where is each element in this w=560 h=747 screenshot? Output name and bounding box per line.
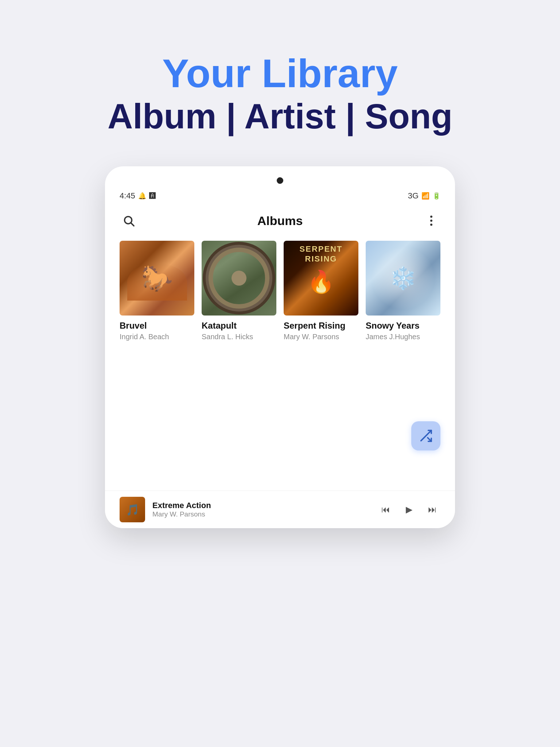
device-notch <box>105 177 455 187</box>
menu-dot-3 <box>430 224 432 226</box>
album-cover-snowy <box>366 241 440 316</box>
app-header: Albums <box>105 204 455 237</box>
play-button[interactable]: ▶ <box>401 502 417 518</box>
network-label: 3G <box>408 191 419 201</box>
album-art-serpent <box>284 241 358 316</box>
album-artist-serpent: Mary W. Parsons <box>284 333 358 341</box>
album-card-snowy[interactable]: Snowy Years James J.Hughes <box>366 241 440 341</box>
status-left: 4:45 🔔 🅰 <box>120 191 156 201</box>
now-playing-thumbnail: 🎵 <box>120 497 145 522</box>
empty-area <box>105 352 455 491</box>
status-right: 3G 📶 🔋 <box>408 191 440 201</box>
hero-subtitle: Album | Artist | Song <box>108 95 452 137</box>
album-cover-bruvel <box>120 241 194 316</box>
now-playing-bar: 🎵 Extreme Action Mary W. Parsons ⏮ ▶ ⏭ <box>105 491 455 528</box>
now-playing-info: Extreme Action Mary W. Parsons <box>152 501 370 518</box>
album-name-serpent: Serpent Rising <box>284 321 358 331</box>
album-art-katapult <box>202 241 276 316</box>
playback-controls: ⏮ ▶ ⏭ <box>378 502 440 518</box>
app-icon-small: 🅰 <box>149 192 156 200</box>
shuffle-button[interactable] <box>411 421 440 450</box>
more-menu-button[interactable] <box>422 212 440 230</box>
status-time: 4:45 <box>120 191 135 201</box>
album-artist-snowy: James J.Hughes <box>366 333 440 341</box>
album-art-snowy <box>366 241 440 316</box>
menu-dot-1 <box>430 216 432 218</box>
status-bar: 4:45 🔔 🅰 3G 📶 🔋 <box>105 187 455 204</box>
next-button[interactable]: ⏭ <box>424 502 440 518</box>
album-cover-serpent <box>284 241 358 316</box>
album-artist-bruvel: Ingrid A. Beach <box>120 333 194 341</box>
camera-dot <box>277 177 283 184</box>
album-card-katapult[interactable]: Katapult Sandra L. Hicks <box>202 241 276 341</box>
album-artist-katapult: Sandra L. Hicks <box>202 333 276 341</box>
now-playing-title: Extreme Action <box>152 501 370 510</box>
hero-section: Your Library Album | Artist | Song <box>0 0 560 166</box>
album-card-serpent[interactable]: Serpent Rising Mary W. Parsons <box>284 241 358 341</box>
album-cover-katapult <box>202 241 276 316</box>
battery-icon: 🔋 <box>432 192 440 200</box>
album-card-bruvel[interactable]: Bruvel Ingrid A. Beach <box>120 241 194 341</box>
signal-icon: 📶 <box>421 192 429 200</box>
albums-grid: Bruvel Ingrid A. Beach Katapult Sandra L… <box>105 237 455 352</box>
now-playing-artist: Mary W. Parsons <box>152 510 370 518</box>
album-name-katapult: Katapult <box>202 321 276 331</box>
album-name-bruvel: Bruvel <box>120 321 194 331</box>
svg-line-1 <box>131 223 134 226</box>
prev-button[interactable]: ⏮ <box>378 502 394 518</box>
menu-dot-2 <box>430 220 432 222</box>
notification-icon: 🔔 <box>138 192 146 200</box>
album-name-snowy: Snowy Years <box>366 321 440 331</box>
page-title: Albums <box>257 214 303 228</box>
search-button[interactable] <box>120 212 138 230</box>
album-art-bruvel <box>120 241 194 316</box>
hero-title: Your Library <box>162 51 398 95</box>
device-frame: 4:45 🔔 🅰 3G 📶 🔋 Albums <box>105 166 455 528</box>
